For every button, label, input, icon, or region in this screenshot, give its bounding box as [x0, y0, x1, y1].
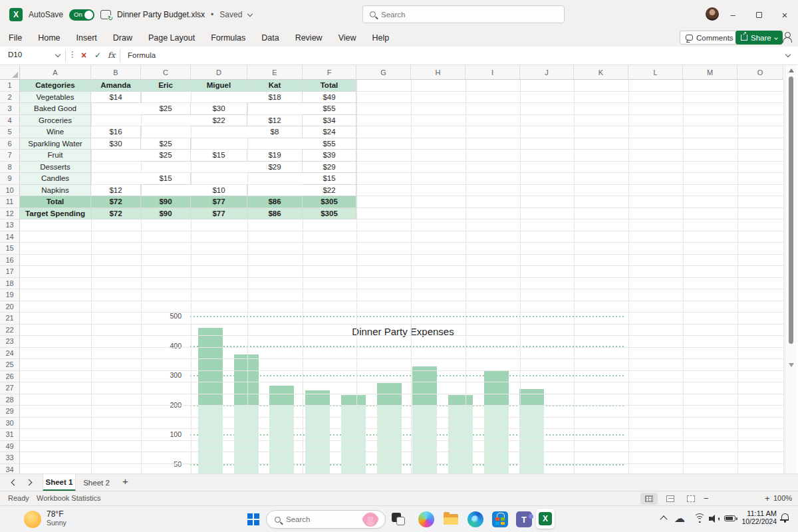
cell-D7[interactable]: $15 [191, 150, 247, 162]
save-sync-icon[interactable] [100, 10, 111, 19]
row-header-11[interactable]: 11 [0, 196, 20, 208]
cell-B1[interactable]: Amanda [91, 80, 141, 92]
page-layout-view-icon[interactable] [662, 493, 679, 505]
bar-Feb-upper[interactable] [234, 354, 259, 406]
bar-Sept-upper[interactable] [484, 371, 509, 406]
row-header-4[interactable]: 4 [0, 115, 20, 127]
row-header-33[interactable]: 33 [0, 452, 20, 464]
bar-May-upper[interactable] [341, 395, 366, 406]
cell-B12[interactable]: $72 [91, 208, 141, 220]
cell-F7[interactable]: $39 [303, 150, 356, 162]
menu-tab-page-layout[interactable]: Page Layout [148, 33, 195, 43]
copilot-icon[interactable] [418, 511, 434, 527]
cell-A9[interactable]: Candles [20, 173, 91, 185]
cell-B11[interactable]: $72 [91, 196, 141, 208]
cell-D3[interactable]: $30 [191, 103, 247, 115]
name-box-chevron-icon[interactable] [55, 52, 61, 57]
bar-Jul-upper[interactable] [412, 366, 437, 406]
scrollbar-thumb[interactable] [789, 76, 793, 344]
cell-F2[interactable]: $49 [303, 92, 356, 104]
comments-button[interactable]: Comments [680, 31, 739, 45]
cell-A5[interactable]: Wine [20, 126, 91, 138]
row-header-28[interactable]: 28 [0, 394, 20, 406]
cell-A7[interactable]: Fruit [20, 150, 91, 162]
column-header-G[interactable]: G [356, 65, 411, 80]
row-header-29[interactable]: 29 [0, 406, 20, 418]
menu-tab-formulas[interactable]: Formulas [211, 33, 245, 43]
taskbar-search-input[interactable] [286, 515, 358, 523]
teams-icon[interactable]: T [516, 511, 532, 527]
cell-E1[interactable]: Kat [247, 80, 303, 92]
row-header-27[interactable]: 27 [0, 382, 20, 394]
scroll-up-icon[interactable] [789, 68, 794, 72]
row-header-14[interactable]: 14 [0, 231, 20, 243]
column-header-I[interactable]: I [466, 65, 520, 80]
cell-A1[interactable]: Categories [20, 80, 91, 92]
row-header-7[interactable]: 7 [0, 150, 20, 162]
edge-browser-icon[interactable] [467, 511, 483, 527]
bar-Oct-upper[interactable] [519, 389, 544, 406]
cell-F6[interactable]: $55 [303, 138, 356, 150]
cell-F5[interactable]: $24 [303, 126, 356, 138]
search-input[interactable] [381, 11, 541, 19]
cell-A6[interactable]: Sparkling Water [20, 138, 91, 150]
column-header-O[interactable]: O [737, 65, 783, 80]
column-header-M[interactable]: M [683, 65, 737, 80]
cell-C11[interactable]: $90 [141, 196, 191, 208]
row-header-26[interactable]: 26 [0, 371, 20, 383]
row-header-21[interactable]: 21 [0, 313, 20, 325]
column-header-L[interactable]: L [628, 65, 683, 80]
cell-F10[interactable]: $22 [303, 185, 356, 197]
expenses-chart[interactable]: Dinner Party Expenses 50040030020010050J… [155, 299, 644, 473]
row-header-17[interactable]: 17 [0, 266, 20, 278]
taskbar-search-bar[interactable] [266, 510, 386, 529]
cell-D1[interactable]: Miguel [191, 80, 247, 92]
sheet-prev-icon[interactable] [11, 479, 18, 486]
cell-F9[interactable]: $15 [303, 173, 356, 185]
cell-A2[interactable]: Vegetables [20, 92, 91, 104]
cell-B6[interactable]: $30 [91, 138, 141, 150]
row-header-20[interactable]: 20 [0, 301, 20, 313]
user-avatar[interactable] [706, 7, 719, 21]
people-icon[interactable] [782, 32, 793, 43]
name-box[interactable]: D10 [8, 51, 22, 59]
column-header-H[interactable]: H [411, 65, 466, 80]
cancel-icon[interactable]: × [81, 50, 86, 61]
column-header-J[interactable]: J [520, 65, 574, 80]
row-header-22[interactable]: 22 [0, 325, 20, 336]
excel-taskbar-icon[interactable]: X [536, 509, 555, 529]
bar-Jun-upper[interactable] [377, 383, 402, 406]
cell-C6[interactable]: $25 [141, 138, 191, 150]
row-header-8[interactable]: 8 [0, 162, 20, 174]
share-button[interactable]: Share [735, 31, 783, 45]
sheet-next-icon[interactable] [26, 479, 33, 486]
row-header-2[interactable]: 2 [0, 92, 20, 104]
row-header-19[interactable]: 19 [0, 289, 20, 301]
bar-Aug-upper[interactable] [448, 395, 473, 406]
wifi-icon[interactable] [694, 513, 706, 523]
scroll-down-icon[interactable] [789, 363, 794, 367]
zoom-level[interactable]: 100% [773, 494, 792, 502]
row-header-31[interactable]: 31 [0, 429, 20, 441]
row-header-16[interactable]: 16 [0, 255, 20, 267]
row-header-49[interactable]: 49 [0, 441, 20, 453]
cell-C9[interactable]: $15 [141, 173, 191, 185]
clock-widget[interactable]: 11:11 AM 10/22/2024 [737, 509, 777, 525]
task-view-button[interactable] [391, 511, 407, 527]
menu-tab-file[interactable]: File [9, 33, 22, 43]
column-header-F[interactable]: F [303, 65, 356, 80]
column-header-K[interactable]: K [574, 65, 628, 80]
weather-sun-icon[interactable] [24, 511, 41, 528]
row-header-9[interactable]: 9 [0, 173, 20, 185]
cell-F12[interactable]: $305 [303, 208, 356, 220]
cell-A12[interactable]: Target Spending [20, 208, 91, 220]
kebab-menu-icon[interactable]: ⋮ [68, 50, 76, 59]
enter-check-icon[interactable]: ✓ [94, 51, 101, 60]
menu-tab-draw[interactable]: Draw [113, 33, 132, 43]
file-explorer-icon[interactable] [443, 511, 459, 527]
row-header-6[interactable]: 6 [0, 138, 20, 150]
row-header-15[interactable]: 15 [0, 243, 20, 255]
cell-F8[interactable]: $29 [303, 162, 356, 174]
cell-C7[interactable]: $25 [141, 150, 191, 162]
onedrive-cloud-icon[interactable]: ☁ [674, 513, 685, 524]
